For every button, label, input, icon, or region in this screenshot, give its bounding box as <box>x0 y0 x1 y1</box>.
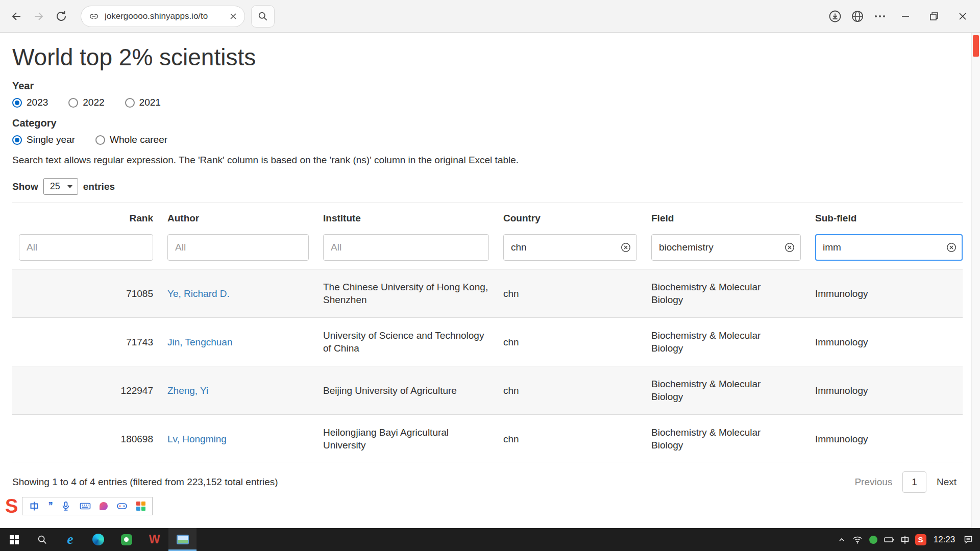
search-icon <box>257 10 269 22</box>
taskbar-edge-button[interactable] <box>84 528 112 551</box>
restore-button[interactable] <box>920 0 948 32</box>
page-title: World top 2% scientists <box>12 42 963 72</box>
tray-expand-button[interactable] <box>834 528 849 551</box>
battery-status-button[interactable] <box>881 528 897 551</box>
radio-selected-icon <box>12 98 22 108</box>
page-1-button[interactable]: 1 <box>902 471 926 493</box>
sogou-logo[interactable]: S <box>3 496 20 516</box>
institute-filter-input[interactable] <box>323 234 489 261</box>
clear-subfield-filter-button[interactable] <box>946 242 957 253</box>
author-link[interactable]: Lv, Hongming <box>167 434 227 444</box>
field-text: Biochemistry & Molecular Biology <box>651 281 784 306</box>
download-icon <box>828 9 842 23</box>
author-link[interactable]: Zheng, Yi <box>167 385 208 396</box>
subfield-filter-input[interactable] <box>815 234 963 261</box>
column-header-institute[interactable]: Institute <box>309 203 489 232</box>
author-cell: Ye, Richard D. <box>153 269 309 318</box>
institute-cell: University of Science and Technology of … <box>309 318 489 366</box>
chinese-mode-icon[interactable] <box>29 501 39 511</box>
notification-icon <box>963 535 973 545</box>
taskbar-clock[interactable]: 12:23 <box>928 535 960 545</box>
punctuation-icon[interactable]: ’’ <box>48 502 52 511</box>
back-button[interactable] <box>5 5 28 28</box>
taskbar-green-app-button[interactable] <box>112 528 140 551</box>
green-app-icon <box>121 534 132 545</box>
table-footer: Showing 1 to 4 of 4 entries (filtered fr… <box>12 471 963 493</box>
skin-brush-icon[interactable] <box>100 502 108 510</box>
column-header-author[interactable]: Author <box>153 203 309 232</box>
radio-icon <box>95 135 105 145</box>
radio-label: 2023 <box>27 97 48 108</box>
restore-icon <box>928 11 940 22</box>
previous-page-button[interactable]: Previous <box>848 471 898 493</box>
field-text: Biochemistry & Molecular Biology <box>651 426 784 452</box>
radio-label: 2022 <box>83 97 104 108</box>
year-radio-2021[interactable]: 2021 <box>125 97 161 108</box>
entries-label: entries <box>83 181 115 192</box>
system-tray: S 12:23 <box>834 528 980 551</box>
country-cell: chn <box>489 366 637 415</box>
start-button[interactable] <box>0 528 28 551</box>
voice-input-icon[interactable] <box>61 501 71 511</box>
column-header-field[interactable]: Field <box>637 203 801 232</box>
column-header-subfield[interactable]: Sub-field <box>801 203 963 232</box>
page-content: World top 2% scientists Year 2023 2022 2… <box>0 33 980 528</box>
taskbar-screenshot-app-button[interactable] <box>168 528 197 551</box>
subfield-cell: Immunology <box>801 318 963 366</box>
country-filter-input[interactable] <box>503 234 637 261</box>
soft-keyboard-icon[interactable] <box>80 501 91 511</box>
field-cell: Biochemistry & Molecular Biology <box>637 415 801 463</box>
tray-green-app-button[interactable] <box>865 528 881 551</box>
emoji-game-icon[interactable] <box>116 501 128 511</box>
field-text: Biochemistry & Molecular Biology <box>651 329 784 355</box>
input-language-button[interactable] <box>897 528 913 551</box>
downloads-button[interactable] <box>824 5 846 28</box>
forward-button[interactable] <box>28 5 50 28</box>
circled-x-icon <box>946 242 957 253</box>
radio-icon <box>125 98 135 108</box>
link-icon <box>88 10 100 22</box>
browser-globe-button[interactable] <box>846 5 869 28</box>
year-radio-2023[interactable]: 2023 <box>12 97 48 108</box>
clear-url-button[interactable] <box>229 12 238 21</box>
minimize-button[interactable] <box>891 0 920 32</box>
category-radio-group: Single year Whole career <box>12 134 963 145</box>
author-link[interactable]: Ye, Richard D. <box>167 288 230 299</box>
year-radio-2022[interactable]: 2022 <box>68 97 104 108</box>
author-link[interactable]: Jin, Tengchuan <box>167 337 232 347</box>
screenshot-app-icon <box>177 535 189 544</box>
sogou-tray-button[interactable]: S <box>913 528 928 551</box>
green-status-icon <box>869 536 877 544</box>
battery-icon <box>884 535 895 545</box>
page-scrollbar[interactable] <box>971 33 980 528</box>
taskbar-ie-button[interactable]: e <box>56 528 84 551</box>
network-status-button[interactable] <box>849 528 865 551</box>
taskbar-wps-button[interactable]: W <box>140 528 168 551</box>
refresh-button[interactable] <box>50 5 72 28</box>
windows-taskbar: e W S 12:23 <box>0 528 980 551</box>
address-search-button[interactable] <box>251 5 275 28</box>
action-center-button[interactable] <box>960 528 976 551</box>
rank-cell: 122947 <box>12 366 153 415</box>
radio-label: Whole career <box>110 134 167 145</box>
results-table: Rank Author Institute Country Field Sub-… <box>12 202 963 463</box>
column-header-country[interactable]: Country <box>489 203 637 232</box>
windows-logo-icon <box>10 535 19 544</box>
radio-label: 2021 <box>139 97 161 108</box>
field-filter-input[interactable] <box>651 234 801 261</box>
scrollbar-thumb[interactable] <box>973 35 979 57</box>
address-bar[interactable]: jokergoooo.shinyapps.io/to <box>81 6 245 27</box>
close-button[interactable] <box>948 0 977 32</box>
rank-filter-input[interactable] <box>19 234 153 261</box>
browser-menu-button[interactable] <box>869 5 891 28</box>
column-header-rank[interactable]: Rank <box>12 203 153 232</box>
category-radio-whole-career[interactable]: Whole career <box>95 134 167 145</box>
clear-field-filter-button[interactable] <box>785 242 795 253</box>
taskbar-search-button[interactable] <box>28 528 56 551</box>
next-page-button[interactable]: Next <box>930 471 963 493</box>
category-radio-single-year[interactable]: Single year <box>12 134 75 145</box>
entries-select[interactable]: 25 <box>43 178 78 195</box>
toolbox-grid-icon[interactable] <box>136 502 145 511</box>
clear-country-filter-button[interactable] <box>621 242 631 253</box>
author-filter-input[interactable] <box>167 234 309 261</box>
